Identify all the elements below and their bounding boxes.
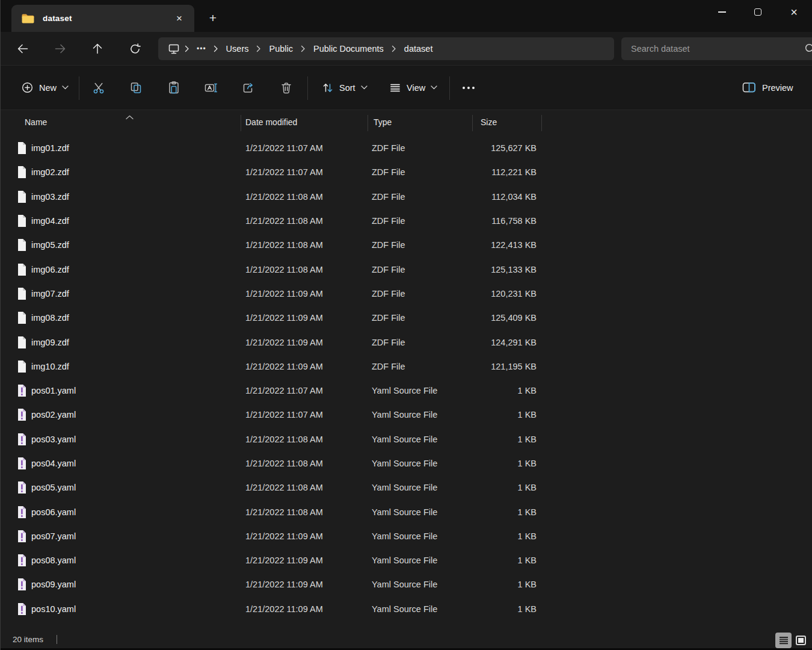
file-type: ZDF File (372, 362, 405, 371)
copy-icon (129, 81, 143, 95)
breadcrumb-chevron-icon (255, 45, 262, 52)
maximize-button[interactable] (740, 0, 776, 24)
breadcrumb-item[interactable]: dataset (398, 44, 440, 54)
file-row[interactable]: img04.zdf1/21/2022 11:08 AMZDF File116,7… (1, 209, 812, 233)
breadcrumb-ellipsis[interactable]: ••• (191, 45, 212, 53)
file-row[interactable]: img02.zdf1/21/2022 11:07 AMZDF File112,2… (1, 160, 812, 184)
breadcrumb-chevron-icon (300, 45, 307, 52)
new-tab-button[interactable]: + (204, 10, 222, 26)
file-row[interactable]: img01.zdf1/21/2022 11:07 AMZDF File125,6… (1, 136, 812, 160)
file-row[interactable]: pos06.yaml1/21/2022 11:08 AMYaml Source … (1, 500, 812, 524)
file-explorer-window: dataset × + × (0, 0, 812, 650)
column-divider[interactable] (241, 115, 241, 131)
file-type: ZDF File (372, 167, 405, 177)
file-row[interactable]: pos01.yaml1/21/2022 11:07 AMYaml Source … (1, 379, 812, 403)
copy-button[interactable] (124, 76, 148, 100)
close-window-button[interactable]: × (776, 0, 812, 24)
back-button[interactable] (11, 37, 35, 61)
preview-button-label: Preview (762, 83, 793, 93)
file-row[interactable]: pos03.yaml1/21/2022 11:08 AMYaml Source … (1, 427, 812, 451)
this-pc-icon (168, 43, 180, 55)
file-row[interactable]: img03.zdf1/21/2022 11:08 AMZDF File112,0… (1, 185, 812, 209)
file-date-modified: 1/21/2022 11:07 AM (245, 143, 323, 153)
column-divider[interactable] (541, 115, 542, 131)
paste-button[interactable] (162, 76, 186, 100)
file-row[interactable]: pos10.yaml1/21/2022 11:09 AMYaml Source … (1, 597, 812, 621)
file-size: 112,034 KB (440, 192, 537, 202)
file-row[interactable]: img09.zdf1/21/2022 11:09 AMZDF File124,2… (1, 330, 812, 354)
caption-buttons: × (704, 0, 812, 24)
share-button[interactable] (237, 76, 261, 100)
more-options-button[interactable] (457, 76, 481, 100)
file-row[interactable]: img08.zdf1/21/2022 11:09 AMZDF File125,4… (1, 306, 812, 330)
breadcrumb-chevron-icon (256, 45, 261, 52)
file-date-modified: 1/21/2022 11:08 AM (245, 265, 323, 274)
file-date-modified: 1/21/2022 11:07 AM (245, 167, 323, 177)
column-header-date-modified[interactable]: Date modified (245, 117, 297, 127)
sort-button[interactable]: Sort (316, 76, 374, 100)
zdf-file-icon (17, 215, 27, 228)
cut-icon (91, 81, 106, 95)
file-row[interactable]: img05.zdf1/21/2022 11:08 AMZDF File122,4… (1, 233, 812, 257)
large-thumbnails-view-button[interactable] (793, 633, 809, 648)
up-arrow-icon (91, 42, 104, 55)
trash-icon (279, 81, 294, 95)
explorer-tab[interactable]: dataset × (11, 5, 194, 32)
file-name: img03.zdf (31, 192, 69, 202)
file-name: pos09.yaml (31, 580, 76, 589)
minimize-button[interactable] (704, 0, 740, 24)
large-thumbnails-icon (796, 636, 806, 645)
forward-button[interactable] (48, 37, 72, 61)
breadcrumb-item[interactable]: Public Documents (307, 44, 390, 54)
file-type: ZDF File (372, 216, 405, 226)
file-row[interactable]: pos08.yaml1/21/2022 11:09 AMYaml Source … (1, 548, 812, 572)
up-button[interactable] (85, 37, 109, 61)
breadcrumb-item[interactable]: Public (262, 44, 300, 54)
column-divider[interactable] (368, 115, 368, 131)
file-row[interactable]: img07.zdf1/21/2022 11:09 AMZDF File120,2… (1, 282, 812, 306)
column-header-size[interactable]: Size (481, 117, 497, 127)
command-toolbar: New (1, 65, 812, 110)
titlebar: dataset × + × (1, 0, 812, 32)
yaml-file-icon (17, 506, 27, 518)
status-bar: 20 items (1, 631, 812, 648)
status-divider (57, 635, 57, 644)
refresh-button[interactable] (123, 37, 147, 61)
details-view-button[interactable] (775, 633, 792, 648)
file-size: 1 KB (440, 410, 537, 419)
search-box[interactable] (621, 37, 812, 60)
yaml-file-icon (17, 481, 27, 494)
yaml-file-icon (17, 385, 27, 397)
file-list: img01.zdf1/21/2022 11:07 AMZDF File125,6… (1, 136, 812, 621)
address-bar[interactable]: ••• Users Public Public Documents datase… (158, 37, 614, 60)
yaml-file-icon (17, 506, 27, 518)
file-row[interactable]: img10.zdf1/21/2022 11:09 AMZDF File121,1… (1, 354, 812, 379)
file-row[interactable]: pos07.yaml1/21/2022 11:09 AMYaml Source … (1, 524, 812, 548)
zdf-file-icon (17, 336, 27, 348)
file-type: Yaml Source File (372, 435, 437, 444)
new-button[interactable]: New (15, 76, 75, 100)
file-name: pos06.yaml (31, 507, 76, 517)
file-row[interactable]: pos09.yaml1/21/2022 11:09 AMYaml Source … (1, 572, 812, 596)
file-row[interactable]: img06.zdf1/21/2022 11:08 AMZDF File125,1… (1, 257, 812, 281)
column-divider[interactable] (472, 115, 473, 131)
file-row[interactable]: pos05.yaml1/21/2022 11:08 AMYaml Source … (1, 475, 812, 500)
column-header-name[interactable]: Name (25, 117, 47, 127)
file-date-modified: 1/21/2022 11:08 AM (245, 216, 323, 226)
file-row[interactable]: pos04.yaml1/21/2022 11:08 AMYaml Source … (1, 451, 812, 475)
rename-button[interactable] (199, 76, 223, 100)
column-header-type[interactable]: Type (374, 117, 392, 127)
search-input[interactable] (631, 44, 810, 54)
file-name: pos10.yaml (31, 604, 76, 614)
delete-button[interactable] (274, 76, 298, 100)
cut-button[interactable] (87, 76, 111, 100)
file-type: Yaml Source File (372, 604, 437, 614)
file-row[interactable]: pos02.yaml1/21/2022 11:07 AMYaml Source … (1, 403, 812, 427)
breadcrumb-item[interactable]: Users (220, 44, 256, 54)
tab-close-icon[interactable]: × (171, 11, 187, 26)
zdf-file-icon (17, 312, 27, 324)
view-button[interactable]: View (383, 76, 443, 100)
file-name: pos01.yaml (31, 386, 76, 395)
preview-button[interactable]: Preview (736, 76, 799, 100)
file-date-modified: 1/21/2022 11:09 AM (245, 580, 323, 589)
